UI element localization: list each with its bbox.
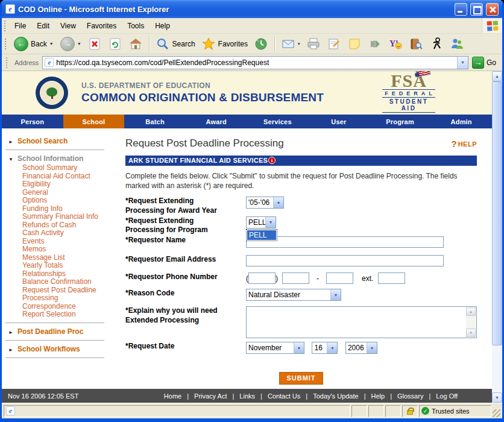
phone-line-input[interactable] <box>326 272 353 284</box>
sidebar-item-request-post-deadline-processing[interactable]: Request Post Deadline Processing <box>22 286 120 303</box>
sidebar-section-school-search[interactable]: ► School Search <box>2 136 120 146</box>
scroll-thumb[interactable] <box>492 81 502 345</box>
sidebar-item-balance-confirmation[interactable]: Balance Confirmation <box>22 278 120 286</box>
mail-dropdown-icon[interactable]: ▾ <box>298 42 300 46</box>
menu-help[interactable]: Help <box>150 19 175 33</box>
footer-link-todays-update[interactable]: Today's Update <box>313 392 358 400</box>
page-scrollbar[interactable]: ▲ ▼ <box>492 71 502 403</box>
phone-area-input[interactable] <box>248 272 276 284</box>
printer-icon <box>306 37 320 51</box>
history-button[interactable] <box>252 36 271 52</box>
go-button[interactable]: → Go <box>472 57 499 69</box>
phone-ext-input[interactable] <box>378 272 405 284</box>
back-button[interactable]: ← Back ▼ <box>11 36 56 52</box>
sidebar-item-message-list[interactable]: Message List <box>22 254 120 262</box>
close-button[interactable] <box>486 3 499 16</box>
menu-tools[interactable]: Tools <box>122 19 150 33</box>
refresh-button[interactable] <box>106 36 125 52</box>
scroll-track[interactable] <box>492 345 502 392</box>
sidebar-item-refunds-of-cash[interactable]: Refunds of Cash <box>22 221 120 230</box>
footer-link-contact-us[interactable]: Contact Us <box>268 392 300 400</box>
sidebar-item-cash-activity[interactable]: Cash Activity <box>22 229 120 238</box>
reason-code-select[interactable]: Natural Disaster ▼ <box>246 289 341 301</box>
request-date-year-select[interactable]: 2006 ▼ <box>345 342 377 354</box>
nav-school[interactable]: School <box>63 115 125 128</box>
request-date-month-select[interactable]: November ▼ <box>246 342 304 354</box>
address-input[interactable] <box>56 58 457 67</box>
resize-grip[interactable] <box>493 409 500 417</box>
yahoo-icon: Y! <box>388 37 402 51</box>
aim-button[interactable] <box>427 36 446 52</box>
scroll-down-button[interactable]: ▼ <box>492 392 502 403</box>
menu-view[interactable]: View <box>55 19 81 33</box>
submit-button[interactable]: SUBMIT <box>279 372 323 385</box>
chevron-down-icon: ▼ <box>273 197 283 208</box>
research-button[interactable] <box>406 36 425 52</box>
print-button[interactable] <box>304 36 323 52</box>
minimize-button[interactable] <box>455 3 467 16</box>
scroll-down-icon[interactable]: ▼ <box>466 329 476 337</box>
sidebar-item-financial-aid-contact[interactable]: Financial Aid Contact <box>22 172 120 181</box>
sidebar-item-yearly-totals[interactable]: Yearly Totals <box>22 262 120 270</box>
sidebar-item-summary-financial-info[interactable]: Summary Financial Info <box>22 213 120 221</box>
phone-prefix-input[interactable] <box>282 272 309 284</box>
mail-button[interactable]: ▾ <box>279 36 303 52</box>
footer-link-links[interactable]: Links <box>239 392 255 400</box>
yahoo-messenger-button[interactable]: Y! <box>386 36 405 52</box>
security-zone-panel[interactable]: ✓ Trusted sites <box>419 405 491 417</box>
sidebar-item-relationships[interactable]: Relationships <box>22 270 120 279</box>
sidebar-section-school-workflows[interactable]: ► School Workflows <box>2 344 120 354</box>
nav-person[interactable]: Person <box>2 115 63 128</box>
nav-batch[interactable]: Batch <box>124 115 186 128</box>
menu-edit[interactable]: Edit <box>31 19 55 33</box>
favorites-button[interactable]: Favorites <box>200 36 250 52</box>
scroll-up-button[interactable]: ▲ <box>492 71 502 81</box>
menu-file[interactable]: File <box>9 19 31 33</box>
nav-user[interactable]: User <box>308 115 370 128</box>
forward-button[interactable]: → ▼ <box>58 36 84 52</box>
search-button[interactable]: Search <box>154 36 198 52</box>
info-icon[interactable]: i <box>268 157 276 164</box>
sidebar-section-post-deadline-proc[interactable]: ► Post Deadline Proc <box>2 327 120 336</box>
home-button[interactable] <box>127 36 145 52</box>
sidebar-item-correspondence[interactable]: Correspondence <box>22 303 120 311</box>
messenger-note-button[interactable] <box>345 36 364 52</box>
dept-of-education-seal <box>36 77 68 109</box>
requestor-email-input[interactable] <box>246 255 444 266</box>
footer-link-home[interactable]: Home <box>164 392 181 400</box>
help-link[interactable]: ? HELP <box>451 139 477 149</box>
sidebar-item-report-selection[interactable]: Report Selection <box>22 310 120 319</box>
nav-program[interactable]: Program <box>370 115 431 128</box>
nav-services[interactable]: Services <box>247 115 309 128</box>
status-lock-panel[interactable] <box>402 405 418 417</box>
yellow-note-icon <box>347 37 361 51</box>
address-dropdown-button[interactable]: ▼ <box>457 57 468 69</box>
msn-messenger-button[interactable] <box>447 36 466 52</box>
program-select[interactable]: PELL ▼ <box>246 216 276 228</box>
award-year-select[interactable]: '05-'06 ▼ <box>246 197 284 209</box>
media-button[interactable] <box>365 36 384 52</box>
stop-button[interactable] <box>86 36 104 52</box>
scroll-up-icon[interactable]: ▲ <box>466 307 476 316</box>
sidebar-item-funding-info[interactable]: Funding Info <box>22 205 120 213</box>
footer-link-help[interactable]: Help <box>371 392 385 400</box>
footer-link-privacy-act[interactable]: Privacy Act <box>194 392 227 400</box>
maximize-button[interactable] <box>470 3 483 16</box>
footer-link-glossary[interactable]: Glossary <box>397 392 423 400</box>
sidebar-item-general[interactable]: General <box>22 189 120 197</box>
sidebar-item-school-summary[interactable]: School Summary <box>22 164 120 172</box>
nav-admin[interactable]: Admin <box>430 115 492 128</box>
explain-textarea[interactable]: ▲ ▼ <box>246 306 477 338</box>
back-dropdown-icon[interactable]: ▼ <box>49 42 54 46</box>
menu-favorites[interactable]: Favorites <box>81 19 122 33</box>
sidebar-item-options[interactable]: Options <box>22 197 120 205</box>
request-date-day-select[interactable]: 16 ▼ <box>312 342 338 354</box>
edit-button[interactable] <box>324 36 343 52</box>
sidebar-item-memos[interactable]: Memos <box>22 245 120 254</box>
sidebar-item-eligibility[interactable]: Eligibility <box>22 180 120 189</box>
sidebar-item-events[interactable]: Events <box>22 238 120 246</box>
sidebar-section-school-information[interactable]: ▼ School Information <box>2 154 120 163</box>
program-option-pell[interactable]: PELL <box>247 230 276 240</box>
nav-award[interactable]: Award <box>186 115 247 128</box>
footer-link-log-off[interactable]: Log Off <box>436 392 458 400</box>
